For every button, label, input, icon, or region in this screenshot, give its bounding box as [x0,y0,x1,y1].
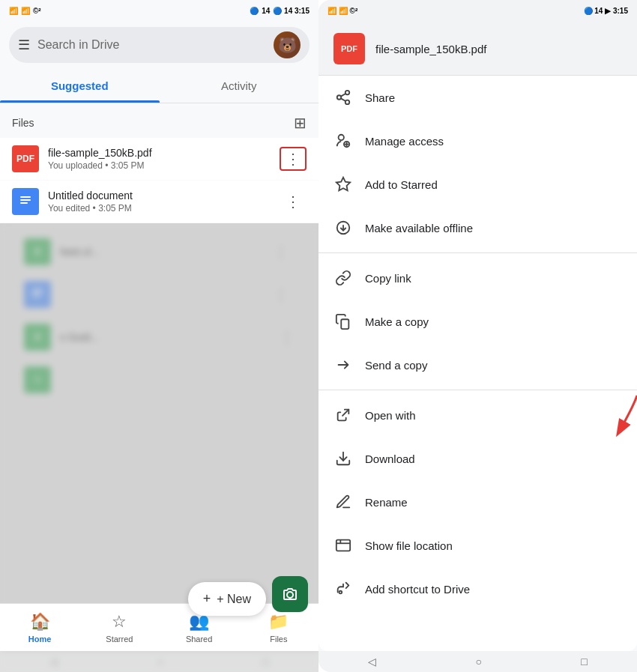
svg-line-19 [342,410,348,416]
menu-item-shortcut[interactable]: Add shortcut to Drive [318,567,637,611]
avatar[interactable]: 🐻 [274,31,301,58]
menu-item-send-copy[interactable]: Send a copy [318,343,637,387]
status-right-left: 🔵 14 🔵 14 3:15 [250,7,310,15]
doc-icon [12,188,39,215]
make-copy-label: Make a copy [365,315,429,328]
manage-access-label: Manage access [365,135,444,148]
menu-item-starred[interactable]: Add to Starred [318,163,637,206]
new-fab[interactable]: + + New [188,582,266,616]
new-label: + New [217,593,251,606]
new-plus-icon: + [203,591,211,607]
file-name-doc: Untitled document [48,190,280,202]
status-right-right: 🔵 14 ▶ 3:15 [584,7,628,15]
starred-label: Add to Starred [365,178,438,191]
manage-access-icon [333,131,353,151]
tabs-row: Suggested Activity [0,69,318,103]
open-with-icon [333,405,353,425]
tab-suggested[interactable]: Suggested [0,69,160,103]
svg-point-9 [345,100,350,105]
home-button-right[interactable]: ○ [476,656,482,668]
send-copy-label: Send a copy [365,359,427,372]
menu-item-manage-access[interactable]: Manage access [318,119,637,163]
more-options-pdf[interactable]: ⋮ [280,147,307,171]
star-menu-icon [333,175,353,194]
file-item-pdf[interactable]: PDF file-sample_150kB.pdf You uploaded •… [0,138,318,180]
location-icon [333,536,353,555]
rename-label: Rename [365,496,408,509]
open-with-label: Open with [365,409,416,422]
offline-icon [333,218,353,237]
svg-point-6 [287,592,293,598]
grid-view-icon[interactable]: ⊞ [294,114,307,132]
home-icon: 🏠 [30,612,50,632]
send-icon [333,355,353,375]
share-label: Share [365,91,395,104]
menu-item-make-copy[interactable]: Make a copy [318,300,637,343]
pdf-badge: PDF [333,33,365,64]
svg-point-24 [339,591,342,594]
shortcut-icon [333,579,353,599]
divider-1 [318,252,637,253]
menu-item-open-with[interactable]: Open with [318,393,637,437]
menu-item-rename[interactable]: Rename [318,480,637,524]
file-item-doc[interactable]: Untitled document You edited • 3:05 PM ⋮ [0,181,318,223]
system-nav-right: ◁ ○ □ [318,651,637,672]
search-bar[interactable]: ☰ Search in Drive 🐻 [9,27,310,63]
link-icon [333,268,353,288]
svg-rect-0 [20,196,31,198]
svg-line-10 [341,98,345,101]
nav-starred[interactable]: ☆ Starred [79,604,159,651]
more-options-doc[interactable]: ⋮ [280,190,307,214]
file-info-pdf: file-sample_150kB.pdf You uploaded • 3:0… [48,147,280,171]
files-label: Files [12,117,34,129]
svg-rect-1 [20,199,31,201]
menu-item-share[interactable]: Share [318,76,637,119]
download-icon [333,449,353,468]
camera-fab[interactable] [272,576,308,612]
menu-item-show-location[interactable]: Show file location [318,524,637,567]
tab-activity[interactable]: Activity [160,69,319,103]
left-panel: 📶 📶 ©² 🔵 14 🔵 14 3:15 ☰ Search in Drive … [0,0,318,672]
file-meta-doc: You edited • 3:05 PM [48,203,280,214]
copy-link-label: Copy link [365,272,411,285]
svg-rect-21 [336,540,350,551]
signal-icons-right: 📶 📶 ©² [327,7,357,15]
menu-item-offline[interactable]: Make available offline [318,206,637,249]
svg-point-12 [339,135,344,140]
svg-rect-18 [341,319,348,329]
shortcut-label: Add shortcut to Drive [365,583,470,596]
nav-shared-label: Shared [186,635,212,644]
right-panel: 📶 📶 ©² 🔵 14 ▶ 3:15 PDF file-sample_150kB… [318,0,637,672]
hamburger-icon[interactable]: ☰ [18,37,30,53]
menu-item-download[interactable]: Download [318,437,637,480]
signal-icons-left: 📶 📶 ©² [9,7,41,15]
nav-home[interactable]: 🏠 Home [0,604,79,651]
bottom-nav: 🏠 Home ☆ Starred 👥 Shared 📁 Files [0,603,318,651]
star-icon: ☆ [112,612,127,632]
show-location-label: Show file location [365,539,453,552]
svg-line-11 [341,94,345,97]
files-header: Files ⊞ [0,103,318,138]
download-label: Download [365,452,415,465]
offline-label: Make available offline [365,222,473,234]
pdf-icon: PDF [12,145,39,172]
nav-files-label: Files [270,635,287,644]
svg-point-7 [345,91,350,95]
blur-section: X heet.xl... ⋮ ⋮ X [0,223,318,672]
nav-home-label: Home [28,635,52,644]
menu-filename: file-sample_150kB.pdf [375,43,486,55]
menu-list: Share Manage access Add to [318,76,637,651]
menu-item-copy-link[interactable]: Copy link [318,256,637,300]
divider-2 [318,390,637,390]
status-bar-right: 📶 📶 ©² 🔵 14 ▶ 3:15 [318,0,637,21]
file-name-pdf: file-sample_150kB.pdf [48,147,280,159]
files-nav-icon: 📁 [268,612,289,632]
share-icon [333,88,353,107]
copy-icon [333,312,353,331]
menu-header: PDF file-sample_150kB.pdf [318,21,637,76]
svg-point-8 [337,95,342,100]
search-input[interactable]: Search in Drive [37,38,266,52]
back-button-right[interactable]: ◁ [368,656,376,668]
recents-button-right[interactable]: □ [581,656,587,668]
rename-icon [333,492,353,512]
